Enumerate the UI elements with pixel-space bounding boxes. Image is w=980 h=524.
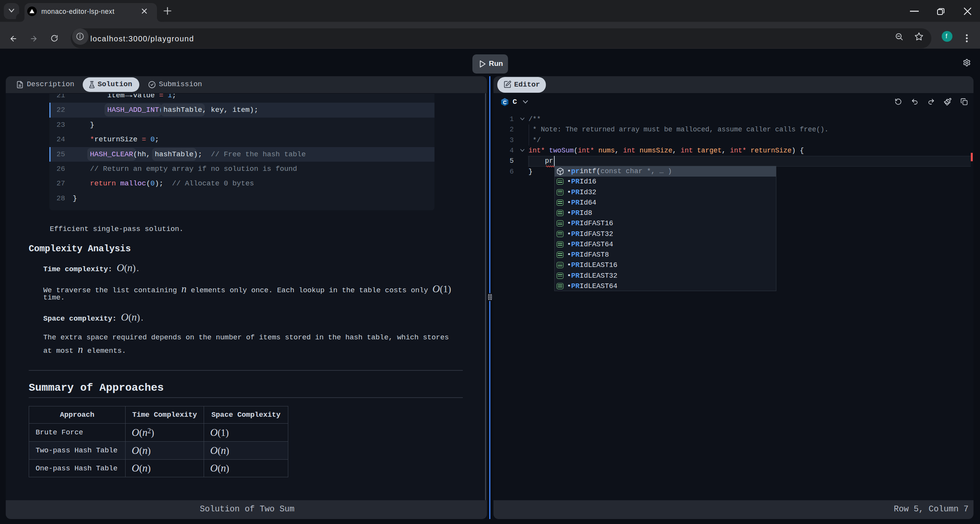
svg-text:C: C — [503, 100, 507, 105]
